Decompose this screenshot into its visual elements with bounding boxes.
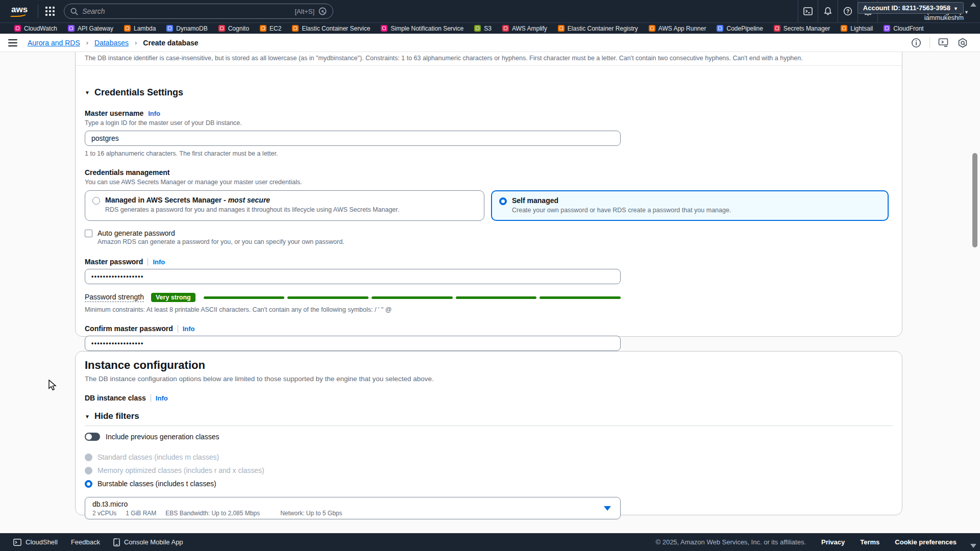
instance-configuration-desc: The DB instance configuration options be… xyxy=(85,375,893,383)
master-password-input[interactable] xyxy=(85,269,621,284)
master-username-info-link[interactable]: Info xyxy=(148,110,160,117)
mobile-phone-icon xyxy=(113,538,120,546)
services-grid-icon[interactable] xyxy=(45,7,55,16)
favorite-ecs[interactable]: Elastic Container Service xyxy=(292,25,370,32)
master-password-info-link[interactable]: Info xyxy=(153,258,165,266)
username-label: iammukeshm xyxy=(924,14,964,21)
dynamodb-icon xyxy=(166,25,173,32)
help-icon[interactable]: ? xyxy=(838,0,857,22)
ecr-icon xyxy=(558,25,565,32)
favorite-codepipeline[interactable]: CodePipeline xyxy=(717,25,763,32)
db-instance-class-info-link[interactable]: Info xyxy=(156,394,168,402)
confirm-password-label: Confirm master password xyxy=(85,324,173,333)
auto-generate-password-checkbox[interactable] xyxy=(85,230,92,237)
global-search[interactable]: [Alt+S] xyxy=(64,4,333,19)
app-runner-icon xyxy=(649,25,655,32)
instance-class-dropdown[interactable]: db.t3.micro 2 vCPUs 1 GiB RAM EBS Bandwi… xyxy=(85,497,621,519)
footer-cookie-preferences-link[interactable]: Cookie preferences xyxy=(895,538,957,546)
account-id-tooltip[interactable]: Account ID: 8211-7563-3958▼ xyxy=(857,2,964,14)
breadcrumb-separator: › xyxy=(86,39,88,46)
scrollbar-thumb[interactable] xyxy=(972,153,977,247)
instance-class-name: db.t3.micro xyxy=(92,500,613,508)
favorite-ecr[interactable]: Elastic Container Registry xyxy=(558,25,638,32)
master-username-label: Master username xyxy=(85,109,143,117)
secrets-manager-option-card[interactable]: Managed in AWS Secrets Manager - most se… xyxy=(85,190,484,221)
search-icon xyxy=(70,8,78,15)
favorite-cognito[interactable]: Cognito xyxy=(218,25,249,32)
favorite-dynamodb[interactable]: DynamoDB xyxy=(166,25,207,32)
favorite-cloudwatch[interactable]: CloudWatch xyxy=(14,25,57,32)
footer-mobile-app[interactable]: Console Mobile App xyxy=(113,538,183,546)
collapse-triangle-icon: ▼ xyxy=(85,90,90,95)
self-managed-radio[interactable] xyxy=(499,197,507,205)
credentials-management-help: You can use AWS Secrets Manager or manag… xyxy=(85,179,893,186)
favorite-cloudfront[interactable]: CloudFront xyxy=(884,25,923,32)
auto-generate-password-row[interactable]: Auto generate password xyxy=(85,229,893,237)
notifications-bell-icon[interactable] xyxy=(818,0,838,22)
footer-terms-link[interactable]: Terms xyxy=(860,538,879,546)
credentials-settings-header[interactable]: ▼Credentials Settings xyxy=(85,87,893,98)
master-password-label: Master password xyxy=(85,258,143,266)
confirm-password-info-link[interactable]: Info xyxy=(183,325,195,333)
db-identifier-help-text: The DB instance identifier is case-insen… xyxy=(85,55,893,62)
scrollbar-down-arrow[interactable] xyxy=(970,544,976,548)
instance-configuration-card: Instance configuration The DB instance c… xyxy=(75,351,902,515)
password-strength-label: Password strength xyxy=(85,293,144,302)
breadcrumb-databases[interactable]: Databases xyxy=(94,39,129,47)
footer-feedback[interactable]: Feedback xyxy=(71,538,100,546)
favorite-ec2[interactable]: EC2 xyxy=(260,25,281,32)
previous-generation-toggle[interactable] xyxy=(85,433,100,441)
breadcrumb-aurora-rds[interactable]: Aurora and RDS xyxy=(28,39,80,47)
previous-generation-toggle-row[interactable]: Include previous generation classes xyxy=(85,433,893,441)
favorite-lightsail[interactable]: Lightsail xyxy=(841,25,873,32)
amplify-icon xyxy=(502,25,509,32)
password-strength-meter xyxy=(204,296,621,299)
favorite-app-runner[interactable]: AWS App Runner xyxy=(649,25,706,32)
footer-copyright: © 2025, Amazon Web Services, Inc. or its… xyxy=(655,538,806,546)
credentials-management-label: Credentials management xyxy=(85,168,893,177)
divider xyxy=(148,258,148,266)
cloudshell-icon[interactable] xyxy=(798,0,818,22)
info-icon[interactable] xyxy=(911,38,921,48)
codepipeline-icon xyxy=(717,25,723,32)
cloudshell-icon xyxy=(13,538,21,546)
sidebar-menu-icon[interactable] xyxy=(8,39,17,46)
footer-privacy-link[interactable]: Privacy xyxy=(821,538,845,546)
favorites-bar: CloudWatch API Gateway Lambda DynamoDB C… xyxy=(0,22,980,34)
search-shortcut: [Alt+S] xyxy=(295,8,314,15)
confirm-password-input[interactable] xyxy=(85,336,621,351)
master-username-input[interactable] xyxy=(85,131,621,146)
lambda-icon xyxy=(124,25,131,32)
hide-filters-header[interactable]: ▼Hide filters xyxy=(85,411,893,421)
burstable-classes-option[interactable]: Burstable classes (includes t classes) xyxy=(85,480,893,488)
scrollbar-up-arrow[interactable] xyxy=(970,3,976,7)
standard-classes-option: Standard classes (includes m classes) xyxy=(85,453,893,461)
favorite-api-gateway[interactable]: API Gateway xyxy=(68,25,113,32)
secrets-manager-radio[interactable] xyxy=(92,197,100,205)
cognito-icon xyxy=(218,25,225,32)
mouse-cursor xyxy=(48,380,58,391)
standard-classes-radio xyxy=(85,454,92,461)
breadcrumb-bar: Aurora and RDS › Databases › Create data… xyxy=(0,34,980,52)
breadcrumb-separator: › xyxy=(135,39,137,46)
shortcuts-screen-icon[interactable] xyxy=(938,38,949,48)
master-username-constraint: 1 to 16 alphanumeric characters. The fir… xyxy=(85,150,893,157)
footer-cloudshell[interactable]: CloudShell xyxy=(13,538,58,546)
amazon-q-icon[interactable] xyxy=(318,7,327,15)
cloudwatch-icon xyxy=(14,25,21,32)
self-managed-option-card[interactable]: Self managed Create your own password or… xyxy=(491,190,889,221)
db-instance-class-label: DB instance class xyxy=(85,394,146,402)
instance-configuration-title: Instance configuration xyxy=(85,359,893,372)
search-input[interactable] xyxy=(82,7,295,15)
favorite-lambda[interactable]: Lambda xyxy=(124,25,156,32)
favorite-sns[interactable]: Simple Notification Service xyxy=(381,25,463,32)
q-hexagon-icon[interactable] xyxy=(958,38,968,48)
burstable-classes-radio[interactable] xyxy=(85,480,92,488)
top-navigation-bar: aws [Alt+S] ? Un xyxy=(0,0,980,22)
favorite-s3[interactable]: S3 xyxy=(474,25,492,32)
aws-logo[interactable]: aws xyxy=(8,5,31,18)
aws-console-screen: aws [Alt+S] ? Un xyxy=(0,0,980,551)
favorite-amplify[interactable]: AWS Amplify xyxy=(502,25,547,32)
breadcrumb-current: Create database xyxy=(143,39,198,47)
favorite-secrets-manager[interactable]: Secrets Manager xyxy=(774,25,830,32)
